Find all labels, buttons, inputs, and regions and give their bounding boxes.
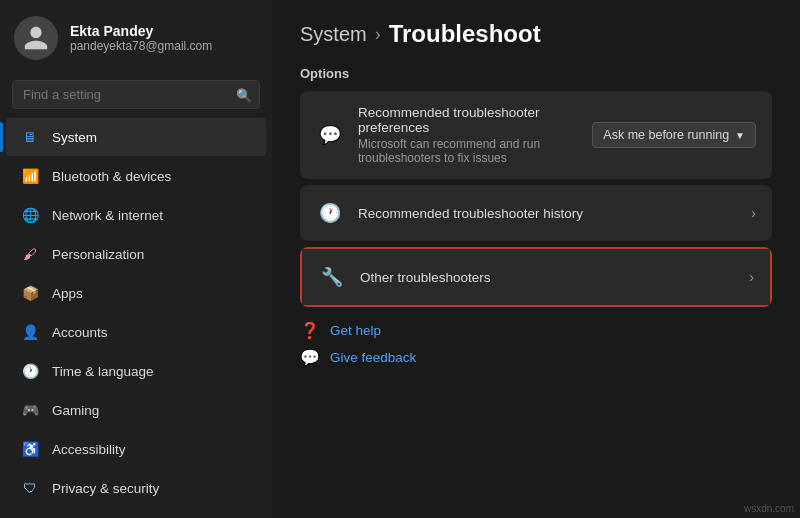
sidebar-item-privacy[interactable]: 🛡Privacy & security (6, 469, 266, 507)
system-icon: 🖥 (20, 127, 40, 147)
recommended-prefs-title: Recommended troubleshooter preferences (358, 105, 578, 135)
sidebar-item-time[interactable]: 🕐Time & language (6, 352, 266, 390)
sidebar-item-label-network: Network & internet (52, 208, 163, 223)
network-icon: 🌐 (20, 205, 40, 225)
user-info: Ekta Pandey pandeyekta78@gmail.com (70, 23, 212, 53)
breadcrumb-parent: System (300, 23, 367, 46)
link-give-feedback[interactable]: 💬Give feedback (300, 348, 772, 367)
accessibility-icon: ♿ (20, 439, 40, 459)
privacy-icon: 🛡 (20, 478, 40, 498)
card-other-troubleshooters: 🔧Other troubleshooters› (300, 247, 772, 307)
links-section: ❓Get help💬Give feedback (300, 321, 772, 367)
recommended-prefs-icon: 💬 (316, 121, 344, 149)
sidebar-item-label-bluetooth: Bluetooth & devices (52, 169, 171, 184)
cards-container: 💬Recommended troubleshooter preferencesM… (300, 91, 772, 307)
sidebar-item-bluetooth[interactable]: 📶Bluetooth & devices (6, 157, 266, 195)
sidebar-item-label-personalization: Personalization (52, 247, 144, 262)
sidebar-item-update[interactable]: 🔄Windows Update (6, 508, 266, 518)
main-content: System › Troubleshoot Options 💬Recommend… (272, 0, 800, 518)
sidebar-item-gaming[interactable]: 🎮Gaming (6, 391, 266, 429)
personalization-icon: 🖌 (20, 244, 40, 264)
card-item-other-troubleshooters[interactable]: 🔧Other troubleshooters› (302, 249, 770, 305)
apps-icon: 📦 (20, 283, 40, 303)
sidebar-item-label-privacy: Privacy & security (52, 481, 159, 496)
sidebar-item-label-accounts: Accounts (52, 325, 108, 340)
sidebar-item-label-system: System (52, 130, 97, 145)
recommended-history-icon: 🕐 (316, 199, 344, 227)
other-troubleshooters-chevron: › (749, 269, 754, 285)
other-troubleshooters-icon: 🔧 (318, 263, 346, 291)
search-icon: 🔍 (236, 87, 252, 102)
sidebar-item-system[interactable]: 🖥System (6, 118, 266, 156)
card-item-recommended-history[interactable]: 🕐Recommended troubleshooter history› (300, 185, 772, 241)
recommended-history-chevron: › (751, 205, 756, 221)
user-name: Ekta Pandey (70, 23, 212, 39)
time-icon: 🕐 (20, 361, 40, 381)
sidebar-item-label-apps: Apps (52, 286, 83, 301)
breadcrumb-current: Troubleshoot (389, 20, 541, 48)
card-recommended-history: 🕐Recommended troubleshooter history› (300, 185, 772, 241)
user-profile: Ekta Pandey pandeyekta78@gmail.com (0, 0, 272, 76)
section-label: Options (300, 66, 772, 81)
link-get-help[interactable]: ❓Get help (300, 321, 772, 340)
get-help-icon: ❓ (300, 321, 320, 340)
recommended-prefs-dropdown[interactable]: Ask me before running ▼ (592, 122, 756, 148)
breadcrumb: System › Troubleshoot (300, 20, 772, 48)
get-help-label[interactable]: Get help (330, 323, 381, 338)
sidebar: Ekta Pandey pandeyekta78@gmail.com 🔍 🖥Sy… (0, 0, 272, 518)
sidebar-item-label-gaming: Gaming (52, 403, 99, 418)
sidebar-item-accounts[interactable]: 👤Accounts (6, 313, 266, 351)
breadcrumb-separator: › (375, 24, 381, 45)
watermark: wsxdn.com (744, 503, 794, 514)
other-troubleshooters-title: Other troubleshooters (360, 270, 735, 285)
recommended-history-title: Recommended troubleshooter history (358, 206, 737, 221)
bluetooth-icon: 📶 (20, 166, 40, 186)
sidebar-item-personalization[interactable]: 🖌Personalization (6, 235, 266, 273)
avatar (14, 16, 58, 60)
card-recommended-prefs: 💬Recommended troubleshooter preferencesM… (300, 91, 772, 179)
card-item-recommended-prefs[interactable]: 💬Recommended troubleshooter preferencesM… (300, 91, 772, 179)
give-feedback-icon: 💬 (300, 348, 320, 367)
sidebar-item-accessibility[interactable]: ♿Accessibility (6, 430, 266, 468)
nav-list: 🖥System📶Bluetooth & devices🌐Network & in… (0, 117, 272, 518)
recommended-prefs-desc: Microsoft can recommend and run troubles… (358, 137, 578, 165)
sidebar-item-apps[interactable]: 📦Apps (6, 274, 266, 312)
search-box[interactable]: 🔍 (12, 80, 260, 109)
sidebar-item-network[interactable]: 🌐Network & internet (6, 196, 266, 234)
user-email: pandeyekta78@gmail.com (70, 39, 212, 53)
sidebar-item-label-time: Time & language (52, 364, 154, 379)
accounts-icon: 👤 (20, 322, 40, 342)
give-feedback-label[interactable]: Give feedback (330, 350, 416, 365)
sidebar-item-label-accessibility: Accessibility (52, 442, 126, 457)
search-input[interactable] (12, 80, 260, 109)
gaming-icon: 🎮 (20, 400, 40, 420)
